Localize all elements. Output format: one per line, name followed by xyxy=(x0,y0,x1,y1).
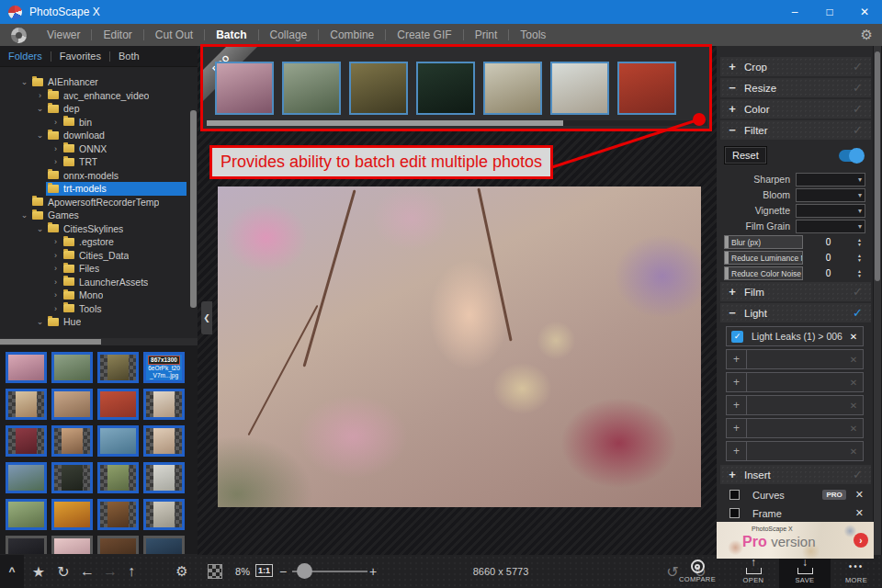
thumbnail[interactable] xyxy=(51,389,93,420)
up-folder-icon[interactable]: ↑ xyxy=(120,555,142,588)
thumbnail[interactable] xyxy=(97,352,139,383)
blur-px-slider[interactable]: Blur (px) xyxy=(724,235,803,249)
thumbnail[interactable] xyxy=(6,425,47,457)
tab-favorites[interactable]: Favorites xyxy=(51,51,109,62)
forward-arrow-icon[interactable]: → xyxy=(99,555,121,588)
tree-item-citiesskylines[interactable]: ⌄CitiesSkylines xyxy=(0,222,198,236)
thumbnail[interactable] xyxy=(97,499,139,530)
sharpen-dropdown[interactable]: ▾ xyxy=(796,173,865,187)
thumbnail[interactable] xyxy=(143,462,185,493)
close-button[interactable]: ✕ xyxy=(847,0,882,24)
thumbnail[interactable] xyxy=(51,425,93,457)
thumbnail[interactable] xyxy=(51,499,93,530)
photoscape-logo-icon[interactable] xyxy=(11,28,27,43)
add-effect-row[interactable]: +✕ xyxy=(726,441,864,461)
thumbnail[interactable] xyxy=(6,536,47,554)
tree-item-cities-data[interactable]: ›Cities_Data xyxy=(0,249,198,263)
tree-item-avc-enhance-video[interactable]: ›avc_enhance_video xyxy=(0,89,198,103)
tree-item-download[interactable]: ⌄download xyxy=(0,129,198,142)
plus-icon[interactable]: + xyxy=(727,350,747,368)
filmstrip-thumbnail[interactable] xyxy=(483,62,542,115)
plus-icon[interactable]: + xyxy=(727,419,747,437)
plus-icon[interactable]: + xyxy=(727,442,747,460)
tree-item-launcherassets[interactable]: ›LauncherAssets xyxy=(0,276,198,289)
thumbnail[interactable]: 867x13006eOrPk_t20_V7m...jpg xyxy=(143,352,185,383)
menu-item-viewer[interactable]: Viewer xyxy=(36,24,91,46)
stepper-icon[interactable]: ▲▼ xyxy=(854,269,865,278)
menu-item-cut-out[interactable]: Cut Out xyxy=(144,24,204,46)
minimize-button[interactable]: – xyxy=(777,0,812,24)
reset-button[interactable]: Reset xyxy=(724,146,767,164)
vignette-dropdown[interactable]: ▾ xyxy=(796,204,865,218)
zoom-slider-handle[interactable] xyxy=(297,563,312,579)
maximize-button[interactable]: □ xyxy=(812,0,847,24)
curves-checkbox[interactable] xyxy=(729,490,740,500)
filter-enable-toggle[interactable] xyxy=(839,150,864,162)
section-filter[interactable]: −Filter✓ xyxy=(720,120,871,140)
close-icon[interactable]: ✕ xyxy=(855,489,864,501)
section-insert[interactable]: + Insert ✓ xyxy=(720,465,871,484)
tree-item-files[interactable]: ›Files xyxy=(0,262,198,276)
zoom-in-button[interactable]: + xyxy=(366,555,380,588)
section-crop[interactable]: +Crop✓ xyxy=(720,57,871,76)
collapse-panel-button[interactable]: ^ xyxy=(0,555,24,588)
tree-item-dep[interactable]: ⌄dep xyxy=(0,102,198,116)
tree-item-mono[interactable]: ›Mono xyxy=(0,288,198,302)
thumbnail[interactable] xyxy=(97,536,139,554)
transparency-background-toggle[interactable] xyxy=(208,564,222,579)
tree-horizontal-scrollbar[interactable] xyxy=(0,338,198,345)
tree-item-apowersoftrecordertemp[interactable]: ApowersoftRecorderTemp xyxy=(0,196,198,209)
thumbnail[interactable] xyxy=(143,425,185,457)
filmstrip-scrollbar[interactable] xyxy=(207,120,707,126)
menu-item-batch[interactable]: Batch xyxy=(205,24,257,46)
filmstrip-thumbnail[interactable] xyxy=(617,62,676,115)
light-leak-row[interactable]: ✓Light Leaks (1) > 006✕ xyxy=(726,326,864,346)
tree-item-bin[interactable]: ›bin xyxy=(0,116,198,130)
curves-row[interactable]: Curves PRO ✕ xyxy=(729,486,864,503)
thumbnail[interactable] xyxy=(143,499,185,530)
menu-item-tools[interactable]: Tools xyxy=(509,24,557,46)
open-button[interactable]: ↑OPEN xyxy=(728,555,779,588)
edit-panel-scrollbar[interactable] xyxy=(874,46,881,555)
reduce-luminance-noise-slider[interactable]: Reduce Luminance Noise xyxy=(724,251,803,265)
menu-item-create-gif[interactable]: Create GIF xyxy=(386,24,462,46)
tree-item-tools[interactable]: ›Tools xyxy=(0,302,198,316)
thumbnail[interactable] xyxy=(51,536,93,554)
thumbnail[interactable] xyxy=(51,462,93,493)
thumbnail[interactable] xyxy=(143,536,185,554)
section-color[interactable]: +Color✓ xyxy=(720,99,871,119)
thumbnail[interactable] xyxy=(6,462,47,493)
add-effect-row[interactable]: +✕ xyxy=(726,395,864,415)
favorite-star-icon[interactable]: ★ xyxy=(28,555,50,588)
filmstrip-thumbnail[interactable] xyxy=(416,62,475,115)
thumbnail[interactable] xyxy=(6,352,47,383)
thumbnail[interactable] xyxy=(97,425,139,457)
pro-version-banner[interactable]: PhotoScape X Pro version › xyxy=(717,522,874,559)
thumbnail[interactable] xyxy=(51,352,93,383)
filmstrip-thumbnail[interactable] xyxy=(550,62,609,115)
bloom-dropdown[interactable]: ▾ xyxy=(796,188,865,202)
tree-item-egstore[interactable]: ›.egstore xyxy=(0,235,198,249)
frame-row[interactable]: Frame ✕ xyxy=(729,504,864,522)
tree-item-aienhancer[interactable]: ⌄AIEnhancer xyxy=(0,75,198,89)
tree-item-trt-models[interactable]: trt-models xyxy=(0,182,198,196)
tree-item-hue[interactable]: ⌄Hue xyxy=(0,315,198,329)
thumbnail[interactable] xyxy=(6,499,47,530)
settings-gear-icon[interactable]: ⚙ xyxy=(861,27,873,43)
thumbnail[interactable] xyxy=(6,389,47,420)
add-effect-row[interactable]: +✕ xyxy=(726,372,864,392)
film-grain-dropdown[interactable]: ▾ xyxy=(796,220,865,233)
reduce-color-noise-slider[interactable]: Reduce Color Noise xyxy=(724,266,803,280)
tree-vertical-scrollbar[interactable] xyxy=(190,110,197,308)
thumbnail[interactable] xyxy=(143,389,185,420)
add-effect-row[interactable]: +✕ xyxy=(726,418,864,438)
actual-size-button[interactable]: 1:1 xyxy=(255,564,273,577)
section-light[interactable]: − Light ✓ xyxy=(720,303,871,322)
stepper-icon[interactable]: ▲▼ xyxy=(854,238,865,247)
plus-icon[interactable]: + xyxy=(727,373,747,391)
tree-item-games[interactable]: ⌄Games xyxy=(0,209,198,222)
filmstrip-thumbnail[interactable] xyxy=(215,62,274,115)
tab-folders[interactable]: Folders xyxy=(0,51,51,62)
stepper-icon[interactable]: ▲▼ xyxy=(854,254,865,263)
filmstrip-thumbnail[interactable] xyxy=(282,62,341,115)
